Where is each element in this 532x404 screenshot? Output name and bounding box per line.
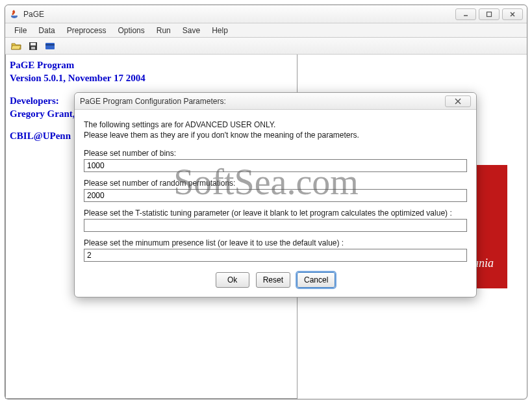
dialog-body: The following settings are for ADVANCED …	[75, 110, 476, 297]
toolbar	[5, 38, 527, 55]
window-controls	[455, 8, 523, 20]
bins-input[interactable]	[84, 159, 467, 172]
save-icon[interactable]	[27, 40, 39, 52]
svg-rect-7	[45, 43, 55, 49]
perm-label: Please set number of random permutations…	[84, 179, 467, 188]
perm-input[interactable]	[84, 189, 467, 202]
dialog-titlebar: PaGE Program Configuration Parameters:	[75, 93, 476, 110]
svg-rect-8	[45, 44, 55, 45]
program-name: PaGE Program	[10, 58, 293, 71]
notice-line-1: The following settings are for ADVANCED …	[84, 120, 467, 129]
menu-run[interactable]: Run	[151, 25, 176, 36]
maximize-button[interactable]	[479, 8, 500, 20]
svg-rect-5	[31, 43, 36, 45]
dialog-title: PaGE Program Configuration Parameters:	[80, 97, 226, 106]
window-title: PaGE	[23, 10, 44, 19]
cancel-button[interactable]: Cancel	[297, 272, 335, 288]
menu-file[interactable]: File	[9, 25, 32, 36]
tstat-input[interactable]	[84, 219, 467, 232]
config-dialog: PaGE Program Configuration Parameters: T…	[74, 92, 477, 297]
form-section: Please set number of bins: Please set nu…	[84, 149, 467, 262]
menu-help[interactable]: Help	[207, 25, 233, 36]
menubar: File Data Preprocess Options Run Save He…	[5, 23, 527, 38]
ok-button[interactable]: Ok	[216, 272, 249, 288]
svg-rect-6	[31, 47, 35, 49]
dialog-close-button[interactable]	[445, 95, 471, 107]
version-line: Version 5.0.1, November 17 2004	[10, 71, 293, 84]
svg-rect-1	[487, 12, 492, 16]
menu-options[interactable]: Options	[112, 25, 149, 36]
menu-save[interactable]: Save	[177, 25, 205, 36]
titlebar: PaGE	[5, 5, 527, 23]
bins-label: Please set number of bins:	[84, 149, 467, 158]
reset-button[interactable]: Reset	[256, 272, 290, 288]
close-button[interactable]	[502, 8, 523, 20]
presence-input[interactable]	[84, 249, 467, 262]
java-icon	[9, 9, 19, 19]
menu-data[interactable]: Data	[33, 25, 60, 36]
card-icon[interactable]	[44, 40, 56, 52]
menu-preprocess[interactable]: Preprocess	[62, 25, 112, 36]
minimize-button[interactable]	[455, 8, 476, 20]
open-icon[interactable]	[10, 40, 22, 52]
dialog-button-row: Ok Reset Cancel	[84, 272, 467, 288]
presence-label: Please set the minumum presence list (or…	[84, 238, 467, 247]
tstat-label: Please set the T-statistic tuning parame…	[84, 208, 467, 218]
notice-line-2: Please leave them as they are if you don…	[84, 131, 467, 140]
